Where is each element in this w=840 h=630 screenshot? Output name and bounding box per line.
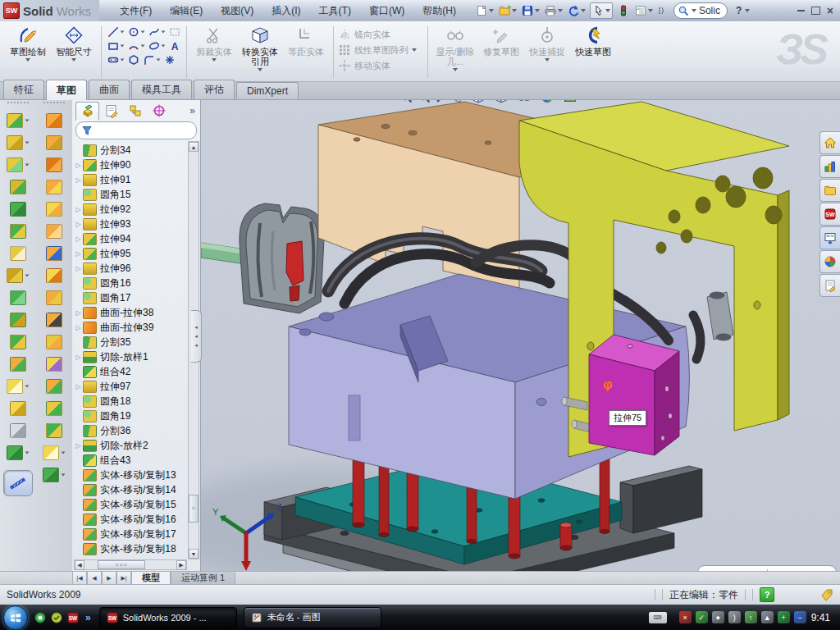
menu-5[interactable]: 窗口(W): [360, 1, 413, 21]
linear-pattern-button[interactable]: [2, 264, 34, 286]
extruded-surface-button[interactable]: [38, 153, 71, 176]
tab-nav-last[interactable]: ▶|: [116, 572, 131, 585]
expand-icon[interactable]: ▷: [74, 324, 83, 331]
hole-wizard-button[interactable]: [2, 242, 34, 264]
display-style-button[interactable]: [493, 100, 514, 105]
quick-tips-button[interactable]: ?: [760, 587, 774, 602]
measure-button[interactable]: [3, 470, 33, 496]
minimize-button[interactable]: [797, 10, 805, 11]
start-button[interactable]: [3, 605, 28, 630]
expand-icon[interactable]: ▷: [74, 206, 83, 213]
taskpane-solidworks-resources-tab[interactable]: SW: [819, 203, 840, 226]
tree-item[interactable]: 圆角17: [74, 290, 187, 305]
tray-messenger-busy-icon[interactable]: −: [794, 611, 806, 623]
search-input[interactable]: Solic: [699, 5, 720, 16]
sketch-rectangle-button[interactable]: [106, 39, 126, 52]
tray-defender-icon[interactable]: +: [778, 611, 790, 623]
filter-box[interactable]: [75, 121, 197, 139]
helix-curve-button[interactable]: [2, 441, 34, 463]
tree-item[interactable]: ▷拉伸90: [74, 158, 187, 172]
taskpane-file-explorer-tab[interactable]: [819, 179, 840, 202]
taskbar-button-0[interactable]: SWSolidWorks 2009 - ...: [99, 607, 237, 628]
scroll-thumb[interactable]: ≡: [189, 495, 199, 523]
tab-nav-first[interactable]: |◀: [72, 572, 87, 585]
tab-曲面[interactable]: 曲面: [89, 80, 130, 99]
tab-DimXpert[interactable]: DimXpert: [236, 82, 299, 99]
section-view-button[interactable]: [452, 100, 468, 105]
undo-button[interactable]: [565, 2, 587, 19]
ribbon-sketch-button[interactable]: 草图绘制: [5, 23, 51, 81]
part-clamp-block[interactable]: [240, 203, 324, 313]
tree-item[interactable]: 实体-移动/复制17: [74, 527, 187, 541]
sketch-point-button[interactable]: [162, 53, 177, 66]
appearances-button[interactable]: [539, 100, 560, 105]
tree-item[interactable]: ▷切除-放样2: [74, 438, 187, 453]
menu-0[interactable]: 文件(F): [111, 1, 161, 21]
delete-face-button[interactable]: [38, 308, 71, 331]
fillet-button[interactable]: [2, 153, 34, 176]
restore-button[interactable]: [811, 7, 820, 15]
swept-cut-button[interactable]: [2, 176, 34, 198]
tree-item[interactable]: 圆角15: [74, 187, 187, 202]
part-right-rail[interactable]: [620, 466, 702, 533]
sketch-arc-button[interactable]: [126, 39, 146, 52]
expand-icon[interactable]: ▷: [74, 442, 83, 450]
tray-security-green-icon[interactable]: ✓: [696, 611, 708, 623]
ribbon-rapid-sketch-button[interactable]: 快速草图: [570, 23, 616, 81]
zoom-area-button[interactable]: [416, 100, 432, 105]
panel-tab-property-manager[interactable]: [99, 102, 123, 121]
fillet-surface-button[interactable]: [38, 286, 71, 308]
menu-3[interactable]: 插入(I): [262, 1, 309, 21]
tree-item[interactable]: ▷拉伸97: [74, 379, 187, 394]
panel-splitter-handle[interactable]: ◂◂◂: [191, 310, 202, 363]
sketch-sketch-fillet-button[interactable]: [142, 53, 162, 66]
expand-icon[interactable]: ▷: [74, 162, 83, 169]
rebuild-button[interactable]: [615, 2, 632, 19]
lofted-surface-button[interactable]: [38, 176, 71, 198]
tree-item[interactable]: 圆角18: [74, 394, 187, 409]
sketch-spline-button[interactable]: [147, 25, 167, 39]
solidworks-quick-icon[interactable]: SW: [67, 612, 79, 623]
reference-point-2-button[interactable]: [38, 441, 71, 463]
tree-item[interactable]: ▷曲面-拉伸38: [74, 305, 187, 320]
help-dropdown-icon[interactable]: [745, 9, 750, 12]
expand-icon[interactable]: ▷: [74, 265, 83, 272]
tree-item[interactable]: 分割34: [74, 143, 187, 158]
tree-item[interactable]: 分割35: [74, 335, 187, 349]
quick-launch-chevron-icon[interactable]: »: [85, 612, 91, 623]
panel-tabs-chevron[interactable]: »: [189, 105, 199, 116]
tree-item[interactable]: ▷拉伸95: [74, 246, 187, 261]
expand-icon[interactable]: ▷: [74, 309, 83, 317]
sketch-slot-button[interactable]: [106, 53, 126, 66]
messenger-icon[interactable]: [34, 612, 46, 623]
boundary-surface-button[interactable]: [38, 198, 71, 220]
new-document-button[interactable]: [473, 2, 495, 19]
tray-update-agent-icon[interactable]: ●: [712, 611, 724, 623]
thicken-button[interactable]: [38, 397, 71, 419]
tree-item[interactable]: 分割36: [74, 423, 187, 438]
scroll-right-button[interactable]: ▶: [176, 560, 186, 570]
taskbar-button-1[interactable]: 未命名 - 画图: [244, 607, 381, 628]
toolbar-options-button[interactable]: [655, 2, 669, 19]
menu-2[interactable]: 视图(V): [212, 1, 262, 21]
offset-surface-button[interactable]: [38, 242, 71, 264]
taskpane-appearances-ball-tab[interactable]: [819, 250, 840, 273]
expand-icon[interactable]: ▷: [74, 250, 83, 258]
panel-tab-feature-manager[interactable]: [75, 102, 99, 121]
sketch-line-button[interactable]: [106, 25, 126, 39]
tree-item[interactable]: 实体-移动/复制18: [74, 541, 187, 556]
pan-button[interactable]: [434, 100, 450, 105]
menu-1[interactable]: 编辑(E): [161, 1, 212, 21]
tree-item[interactable]: ▷拉伸92: [74, 202, 187, 217]
taskpane-home-tab[interactable]: [819, 131, 840, 154]
dome-button[interactable]: [38, 419, 71, 441]
tree-item[interactable]: ▷拉伸96: [74, 261, 187, 276]
tree-item[interactable]: 组合43: [74, 453, 187, 468]
expand-icon[interactable]: ▷: [74, 354, 83, 361]
move-copy-body-button[interactable]: [2, 353, 34, 375]
tree-item[interactable]: 圆角19: [74, 409, 187, 423]
reference-point-button[interactable]: [2, 375, 34, 397]
scroll-thumb[interactable]: ≡≡≡: [98, 560, 145, 569]
shell-button[interactable]: [2, 198, 34, 220]
display-settings-button[interactable]: [632, 2, 655, 19]
